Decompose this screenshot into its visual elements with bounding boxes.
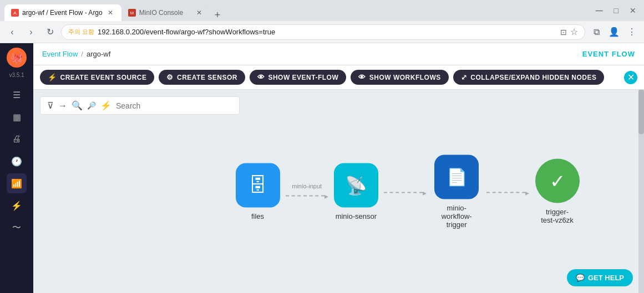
back-button[interactable]: ‹ [4,24,20,40]
menu-button[interactable]: ⋮ [624,24,640,40]
action-bar: ⚡ CREATE EVENT SOURCE ⚙ CREATE SENSOR 👁 … [33,65,644,90]
scrollbar-thumb [638,90,644,134]
show-workflows-label: SHOW WORKFLOWS [369,74,441,81]
dash-line-2 [384,192,423,193]
new-tab-button[interactable]: + [210,9,225,21]
connector-line-3: ▸ [486,188,529,197]
connector-line-2: ▸ [384,188,427,197]
node-icon-trigger-test: ✓ [535,159,580,203]
sidebar-item-streams[interactable]: 〜 [7,218,27,238]
chat-icon: 💬 [576,274,585,282]
top-nav: Event Flow / argo-wf EVENT FLOW [33,43,644,65]
node-trigger-test[interactable]: ✓ trigger-test-vz6zk [535,159,580,224]
sidebar-item-menu[interactable]: ☰ [7,85,27,105]
get-help-label: GET HELP [588,274,624,282]
show-event-flow-icon: 👁 [257,73,265,81]
browser-window: A argo-wf / Event Flow - Argo ✕ M MinIO … [0,0,644,293]
node-label-files: files [251,212,264,220]
arrow-2: ▸ [423,188,427,197]
maximize-button[interactable]: □ [611,6,622,15]
tab-close-minio[interactable]: ✕ [195,8,204,17]
close-button[interactable]: ✕ [624,71,637,84]
sidebar-item-event-flow[interactable]: 📶 [7,173,27,193]
node-icon-minio-workflow-trigger: 📄 [434,155,479,199]
tab-favicon-minio: M [128,9,136,17]
cast-icon: ⊡ [560,28,567,37]
node-label-minio-sensor: minio-sensor [336,212,377,220]
node-files[interactable]: 🗄 files [236,163,280,220]
dash-line-1 [286,196,324,197]
reload-button[interactable]: ↻ [42,24,58,40]
main-content: Event Flow / argo-wf EVENT FLOW ⚡ CREATE… [33,43,644,293]
collapse-expand-button[interactable]: ⤢ COLLAPSE/EXPAND HIDDEN NODES [453,70,605,85]
tab-label-argo: argo-wf / Event Flow - Argo [22,9,103,17]
window-controls: ─ □ ✕ [592,5,640,17]
close-window-button[interactable]: ✕ [626,6,640,15]
breadcrumb-parent[interactable]: Event Flow [42,50,78,58]
show-workflows-button[interactable]: 👁 SHOW WORKFLOWS [351,70,448,85]
tab-label-minio: MinIO Console [139,9,183,17]
breadcrumb-separator: / [81,50,83,58]
connector-3: ▸ [481,186,535,197]
get-help-button[interactable]: 💬 GET HELP [567,269,633,286]
collapse-expand-label: COLLAPSE/EXPAND HIDDEN NODES [470,74,596,81]
create-sensor-label: CREATE SENSOR [177,74,237,81]
dash-line-3 [486,192,525,193]
tab-favicon-argo: A [11,9,19,17]
page-title: EVENT FLOW [582,50,635,58]
node-icon-minio-sensor: 📡 [334,163,378,207]
create-event-source-icon: ⚡ [48,73,57,81]
minimize-button[interactable]: ─ [592,5,606,17]
browser-toolbar: ‹ › ↻ 주의 요함 192.168.0.200/event-flow/arg… [0,21,644,43]
create-sensor-button[interactable]: ⚙ CREATE SENSOR [159,70,245,85]
browser-toolbar-icons: ⧉ 👤 ⋮ [589,24,640,40]
sidebar-item-sensors[interactable]: ⚡ [7,196,27,215]
show-event-flow-button[interactable]: 👁 SHOW EVENT-FLOW [250,70,346,85]
connector-minio-input: minio-input ▸ [280,183,334,201]
create-sensor-icon: ⚙ [166,73,174,81]
version-label: v3.5.1 [9,72,24,78]
titlebar: A argo-wf / Event Flow - Argo ✕ M MinIO … [0,0,644,21]
node-minio-sensor[interactable]: 📡 minio-sensor [334,163,378,220]
flow-diagram: 🗄 files minio-input ▸ [236,155,580,228]
forward-button[interactable]: › [23,24,39,40]
node-label-trigger-test: trigger-test-vz6zk [541,208,574,224]
filter-button[interactable]: ⊽ [47,100,54,111]
zoom-out-button[interactable]: 🔎 [87,101,96,110]
bookmark-icon[interactable]: ☆ [570,27,578,37]
tab-minio[interactable]: M MinIO Console ✕ [121,4,210,21]
sidebar-item-dashboard[interactable]: ▦ [7,107,27,127]
connector-2: ▸ [378,186,432,197]
sidebar-item-workflows[interactable]: 🖨 [7,129,27,149]
arrow-3: ▸ [525,188,529,197]
app-body: 🐙 v3.5.1 ☰ ▦ 🖨 🕐 📶 ⚡ 〜 Event Flow / argo… [0,43,644,293]
tab-argo[interactable]: A argo-wf / Event Flow - Argo ✕ [4,4,121,21]
zoom-in-button[interactable]: 🔍 [72,100,83,111]
arrow-1: ▸ [324,192,328,201]
scrollbar[interactable] [638,90,644,293]
security-warning: 주의 요함 [68,28,94,36]
url-text: 192.168.0.200/event-flow/argo-wf?showWor… [98,28,557,36]
lightning-button[interactable]: ⚡ [100,100,111,111]
show-workflows-icon: 👁 [358,73,366,81]
tab-list: A argo-wf / Event Flow - Argo ✕ M MinIO … [4,0,225,21]
avatar: 🐙 [7,48,27,68]
breadcrumb: Event Flow / argo-wf [42,50,110,58]
arrow-tool-button[interactable]: → [58,101,67,111]
show-event-flow-label: SHOW EVENT-FLOW [268,74,338,81]
profile-button[interactable]: 👤 [606,24,622,40]
sidebar: 🐙 v3.5.1 ☰ ▦ 🖨 🕐 📶 ⚡ 〜 [0,43,33,293]
node-icon-files: 🗄 [236,163,280,207]
extensions-button[interactable]: ⧉ [589,24,604,40]
sidebar-item-cron[interactable]: 🕐 [7,151,27,171]
create-event-source-button[interactable]: ⚡ CREATE EVENT SOURCE [40,70,154,85]
node-minio-workflow-trigger[interactable]: 📄 minio-workflow-trigger [432,155,481,228]
search-input[interactable] [116,101,232,110]
canvas-area: ⊽ → 🔍 🔎 ⚡ 🗄 files [33,90,644,293]
create-event-source-label: CREATE EVENT SOURCE [60,74,147,81]
address-bar[interactable]: 주의 요함 192.168.0.200/event-flow/argo-wf?s… [61,24,585,40]
tab-close-argo[interactable]: ✕ [106,8,115,17]
connector-line-1: ▸ [286,192,328,201]
collapse-expand-icon: ⤢ [461,73,468,81]
connector-label-minio-input: minio-input [292,183,322,189]
